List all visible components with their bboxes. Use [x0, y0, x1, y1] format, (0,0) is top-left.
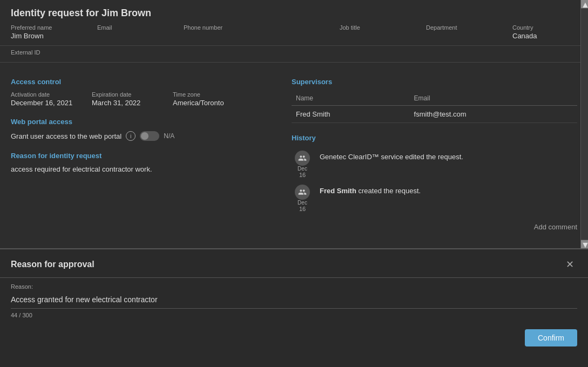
reason-section: Reason for identity request access requi… — [11, 152, 281, 173]
history-text: Fred Smith created the request. — [320, 185, 421, 195]
expiration-date-label: Expiration date — [92, 91, 157, 98]
grant-label: Grant user access to the web portal — [11, 132, 121, 140]
reason-input[interactable] — [11, 293, 577, 309]
history-day: 16 — [299, 206, 306, 212]
supervisors-title: Supervisors — [292, 78, 577, 86]
access-control-title: Access control — [11, 78, 281, 86]
web-portal-title: Web portal access — [11, 118, 281, 126]
supervisor-name: Fred Smith — [292, 106, 410, 123]
page-title: Identity request for Jim Brown — [0, 0, 588, 24]
user-icon — [295, 151, 310, 166]
history-section: History Dec 16 Genetec ClearID™ service … — [292, 134, 577, 233]
main-content: ▲ ▼ Identity request for Jim Brown Prefe… — [0, 0, 588, 248]
web-portal-toggle-row: Grant user access to the web portal i N/… — [11, 131, 281, 141]
modal-header: Reason for approval ✕ — [0, 249, 588, 278]
toggle-na-text: N/A — [164, 132, 174, 140]
history-list: Dec 16 Genetec ClearID™ service edited t… — [292, 147, 577, 215]
content-right: Supervisors Name Email Fred Smith fsmith… — [292, 69, 577, 233]
time-zone-label: Time zone — [173, 91, 238, 98]
supervisors-table: Name Email Fred Smith fsmith@test.com — [292, 91, 577, 123]
job-title-label: Job title — [340, 24, 404, 31]
main-grid: Access control Activation date December … — [0, 63, 588, 240]
email-column-header: Email — [410, 91, 577, 106]
close-button[interactable]: ✕ — [562, 257, 577, 272]
approval-modal: Reason for approval ✕ Reason: 44 / 300 C… — [0, 248, 588, 367]
supervisor-email: fsmith@test.com — [410, 106, 577, 123]
department-field: Department — [426, 24, 491, 40]
reason-text: access required for electrical contracto… — [11, 165, 281, 173]
user-icon — [295, 185, 310, 200]
preferred-name-field: Preferred name Jim Brown — [11, 24, 76, 40]
department-label: Department — [426, 24, 491, 31]
modal-body: Reason: 44 / 300 — [0, 278, 588, 324]
history-item: Dec 16 Genetec ClearID™ service edited t… — [292, 147, 577, 181]
confirm-button[interactable]: Confirm — [525, 329, 577, 346]
history-month: Dec — [298, 200, 307, 206]
scroll-up-button[interactable]: ▲ — [581, 0, 588, 9]
history-month: Dec — [298, 166, 307, 172]
preferred-name-value: Jim Brown — [11, 32, 76, 40]
preferred-name-label: Preferred name — [11, 24, 76, 31]
char-count: 44 / 300 — [11, 312, 577, 318]
history-item: Dec 16 Fred Smith created the request. — [292, 181, 577, 215]
table-row: Fred Smith fsmith@test.com — [292, 106, 577, 123]
activation-date-group: Activation date December 16, 2021 — [11, 91, 76, 107]
web-portal-section: Web portal access Grant user access to t… — [11, 118, 281, 141]
expiration-date-value: March 31, 2022 — [92, 99, 157, 107]
country-label: Country — [512, 24, 577, 31]
history-author: Fred Smith — [320, 187, 356, 195]
history-text: Genetec ClearID™ service edited the requ… — [320, 151, 463, 161]
reason-label: Reason: — [11, 283, 577, 290]
history-date: Dec 16 — [292, 151, 313, 178]
modal-footer: Confirm — [0, 324, 588, 352]
job-title-field: Job title — [340, 24, 404, 40]
time-zone-group: Time zone America/Toronto — [173, 91, 238, 107]
access-control-fields: Activation date December 16, 2021 Expira… — [11, 91, 281, 107]
info-icon[interactable]: i — [126, 131, 136, 141]
email-label: Email — [97, 24, 162, 31]
scroll-down-button[interactable]: ▼ — [581, 240, 588, 248]
time-zone-value: America/Toronto — [173, 99, 238, 107]
reason-section-title: Reason for identity request — [11, 152, 281, 160]
phone-field: Phone number — [184, 24, 248, 40]
history-date: Dec 16 — [292, 185, 313, 212]
modal-title: Reason for approval — [11, 260, 94, 269]
access-control-section: Access control Activation date December … — [11, 78, 281, 107]
scrollbar[interactable]: ▲ ▼ — [580, 0, 588, 248]
name-column-header: Name — [292, 91, 410, 106]
country-field: Country Canada — [512, 24, 577, 40]
history-title: History — [292, 134, 577, 142]
supervisors-section: Supervisors Name Email Fred Smith fsmith… — [292, 78, 577, 123]
expiration-date-group: Expiration date March 31, 2022 — [92, 91, 157, 107]
phone-label: Phone number — [184, 24, 248, 31]
history-day: 16 — [299, 172, 306, 178]
activation-date-value: December 16, 2021 — [11, 99, 76, 107]
email-field: Email — [97, 24, 162, 40]
country-value: Canada — [512, 32, 577, 40]
toggle-switch[interactable] — [140, 131, 159, 141]
add-comment-button[interactable]: Add comment — [292, 221, 577, 233]
content-left: Access control Activation date December … — [11, 69, 281, 233]
external-id-label: External ID — [11, 49, 577, 56]
activation-date-label: Activation date — [11, 91, 76, 98]
